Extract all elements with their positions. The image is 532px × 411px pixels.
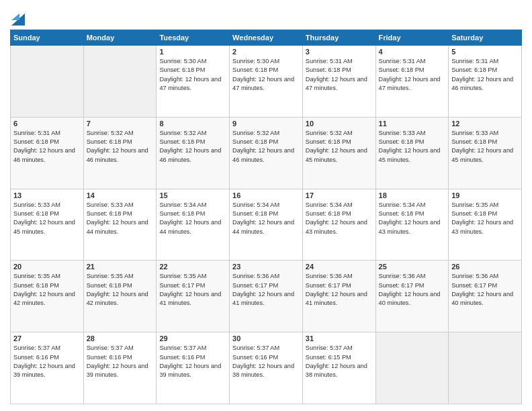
sunset-text: Sunset: 6:18 PM bbox=[451, 138, 497, 145]
day-number: 8 bbox=[159, 120, 226, 128]
day-info: Sunrise: 5:36 AMSunset: 6:17 PMDaylight:… bbox=[451, 272, 519, 308]
day-info: Sunrise: 5:31 AMSunset: 6:18 PMDaylight:… bbox=[306, 57, 373, 93]
calendar-cell: 16Sunrise: 5:34 AMSunset: 6:18 PMDayligh… bbox=[230, 189, 303, 261]
calendar-cell: 25Sunrise: 5:36 AMSunset: 6:17 PMDayligh… bbox=[375, 261, 449, 332]
sunset-text: Sunset: 6:17 PM bbox=[451, 282, 497, 289]
day-info: Sunrise: 5:37 AMSunset: 6:16 PMDaylight:… bbox=[87, 344, 154, 379]
day-number: 10 bbox=[306, 120, 373, 128]
sunset-text: Sunset: 6:17 PM bbox=[232, 282, 278, 289]
calendar-cell: 18Sunrise: 5:34 AMSunset: 6:18 PMDayligh… bbox=[375, 189, 449, 261]
day-info: Sunrise: 5:37 AMSunset: 6:16 PMDaylight:… bbox=[13, 344, 81, 379]
day-info: Sunrise: 5:37 AMSunset: 6:16 PMDaylight:… bbox=[159, 344, 226, 379]
daylight-text: Daylight: 12 hours and 40 minutes. bbox=[379, 291, 441, 306]
calendar-cell: 11Sunrise: 5:33 AMSunset: 6:18 PMDayligh… bbox=[375, 117, 449, 189]
sunrise-text: Sunrise: 5:37 AM bbox=[232, 345, 279, 351]
calendar-cell bbox=[375, 332, 449, 404]
sunset-text: Sunset: 6:18 PM bbox=[159, 138, 205, 145]
logo-icon bbox=[11, 7, 25, 26]
day-number: 12 bbox=[451, 120, 519, 128]
sunrise-text: Sunrise: 5:31 AM bbox=[306, 58, 353, 64]
sunset-text: Sunset: 6:18 PM bbox=[87, 138, 132, 145]
day-info: Sunrise: 5:32 AMSunset: 6:18 PMDaylight:… bbox=[87, 129, 154, 165]
sunset-text: Sunset: 6:16 PM bbox=[159, 354, 205, 361]
day-number: 14 bbox=[87, 191, 154, 199]
daylight-text: Daylight: 12 hours and 46 minutes. bbox=[451, 76, 513, 91]
day-number: 1 bbox=[159, 48, 226, 56]
sunrise-text: Sunrise: 5:32 AM bbox=[87, 130, 134, 136]
calendar-cell bbox=[11, 46, 84, 118]
calendar-cell bbox=[449, 332, 522, 404]
day-info: Sunrise: 5:34 AMSunset: 6:18 PMDaylight:… bbox=[306, 201, 373, 236]
weekday-header: Thursday bbox=[302, 30, 375, 46]
sunrise-text: Sunrise: 5:34 AM bbox=[379, 201, 426, 208]
header bbox=[10, 7, 522, 26]
sunrise-text: Sunrise: 5:33 AM bbox=[87, 201, 134, 208]
day-number: 11 bbox=[379, 120, 446, 128]
sunset-text: Sunset: 6:15 PM bbox=[306, 354, 351, 361]
day-info: Sunrise: 5:32 AMSunset: 6:18 PMDaylight:… bbox=[306, 129, 373, 165]
calendar-cell: 31Sunrise: 5:37 AMSunset: 6:15 PMDayligh… bbox=[302, 332, 375, 404]
calendar-cell: 7Sunrise: 5:32 AMSunset: 6:18 PMDaylight… bbox=[83, 117, 157, 189]
calendar-cell: 24Sunrise: 5:36 AMSunset: 6:17 PMDayligh… bbox=[302, 261, 375, 332]
daylight-text: Daylight: 12 hours and 46 minutes. bbox=[159, 147, 221, 163]
day-number: 3 bbox=[306, 48, 373, 56]
daylight-text: Daylight: 12 hours and 38 minutes. bbox=[306, 363, 367, 378]
sunset-text: Sunset: 6:17 PM bbox=[306, 282, 351, 289]
sunset-text: Sunset: 6:16 PM bbox=[87, 354, 132, 361]
daylight-text: Daylight: 12 hours and 42 minutes. bbox=[13, 291, 75, 306]
day-number: 7 bbox=[87, 120, 154, 128]
sunrise-text: Sunrise: 5:32 AM bbox=[306, 130, 353, 136]
calendar-week-row: 6Sunrise: 5:31 AMSunset: 6:18 PMDaylight… bbox=[11, 117, 522, 189]
day-number: 17 bbox=[306, 191, 373, 199]
daylight-text: Daylight: 12 hours and 43 minutes. bbox=[379, 219, 441, 234]
daylight-text: Daylight: 12 hours and 42 minutes. bbox=[87, 291, 148, 306]
day-number: 15 bbox=[159, 191, 226, 199]
sunrise-text: Sunrise: 5:35 AM bbox=[159, 273, 206, 279]
day-number: 25 bbox=[379, 263, 446, 271]
calendar-cell: 19Sunrise: 5:35 AMSunset: 6:18 PMDayligh… bbox=[449, 189, 522, 261]
sunset-text: Sunset: 6:18 PM bbox=[306, 66, 351, 73]
day-number: 30 bbox=[232, 334, 300, 342]
day-number: 28 bbox=[87, 334, 154, 342]
calendar-week-row: 27Sunrise: 5:37 AMSunset: 6:16 PMDayligh… bbox=[11, 332, 522, 404]
sunset-text: Sunset: 6:18 PM bbox=[87, 282, 132, 289]
calendar-cell: 23Sunrise: 5:36 AMSunset: 6:17 PMDayligh… bbox=[230, 261, 303, 332]
day-info: Sunrise: 5:33 AMSunset: 6:18 PMDaylight:… bbox=[379, 129, 446, 165]
sunset-text: Sunset: 6:18 PM bbox=[232, 66, 278, 73]
daylight-text: Daylight: 12 hours and 38 minutes. bbox=[232, 363, 294, 378]
day-info: Sunrise: 5:31 AMSunset: 6:18 PMDaylight:… bbox=[451, 57, 519, 93]
weekday-header: Friday bbox=[375, 30, 449, 46]
sunset-text: Sunset: 6:18 PM bbox=[232, 210, 278, 217]
sunrise-text: Sunrise: 5:33 AM bbox=[451, 130, 498, 136]
daylight-text: Daylight: 12 hours and 39 minutes. bbox=[159, 363, 221, 378]
day-info: Sunrise: 5:32 AMSunset: 6:18 PMDaylight:… bbox=[232, 129, 300, 165]
day-number: 18 bbox=[379, 191, 446, 199]
sunset-text: Sunset: 6:18 PM bbox=[159, 66, 205, 73]
daylight-text: Daylight: 12 hours and 47 minutes. bbox=[232, 76, 294, 91]
day-number: 22 bbox=[159, 263, 226, 271]
daylight-text: Daylight: 12 hours and 41 minutes. bbox=[232, 291, 294, 306]
sunrise-text: Sunrise: 5:31 AM bbox=[451, 58, 498, 64]
day-info: Sunrise: 5:36 AMSunset: 6:17 PMDaylight:… bbox=[306, 272, 373, 308]
day-info: Sunrise: 5:32 AMSunset: 6:18 PMDaylight:… bbox=[159, 129, 226, 165]
sunrise-text: Sunrise: 5:35 AM bbox=[13, 273, 60, 279]
daylight-text: Daylight: 12 hours and 45 minutes. bbox=[306, 147, 367, 163]
sunrise-text: Sunrise: 5:32 AM bbox=[232, 130, 279, 136]
day-number: 27 bbox=[13, 334, 81, 342]
day-number: 24 bbox=[306, 263, 373, 271]
sunset-text: Sunset: 6:18 PM bbox=[306, 138, 351, 145]
day-info: Sunrise: 5:34 AMSunset: 6:18 PMDaylight:… bbox=[159, 201, 226, 236]
weekday-header-row: SundayMondayTuesdayWednesdayThursdayFrid… bbox=[11, 30, 522, 46]
weekday-header: Sunday bbox=[11, 30, 84, 46]
sunset-text: Sunset: 6:18 PM bbox=[13, 138, 59, 145]
day-info: Sunrise: 5:34 AMSunset: 6:18 PMDaylight:… bbox=[379, 201, 446, 236]
sunrise-text: Sunrise: 5:35 AM bbox=[87, 273, 134, 279]
sunrise-text: Sunrise: 5:34 AM bbox=[306, 201, 353, 208]
calendar-cell: 12Sunrise: 5:33 AMSunset: 6:18 PMDayligh… bbox=[449, 117, 522, 189]
sunrise-text: Sunrise: 5:31 AM bbox=[379, 58, 426, 64]
day-number: 13 bbox=[13, 191, 81, 199]
calendar-cell: 29Sunrise: 5:37 AMSunset: 6:16 PMDayligh… bbox=[157, 332, 230, 404]
calendar-cell: 26Sunrise: 5:36 AMSunset: 6:17 PMDayligh… bbox=[449, 261, 522, 332]
daylight-text: Daylight: 12 hours and 45 minutes. bbox=[379, 147, 441, 163]
calendar-cell: 8Sunrise: 5:32 AMSunset: 6:18 PMDaylight… bbox=[157, 117, 230, 189]
